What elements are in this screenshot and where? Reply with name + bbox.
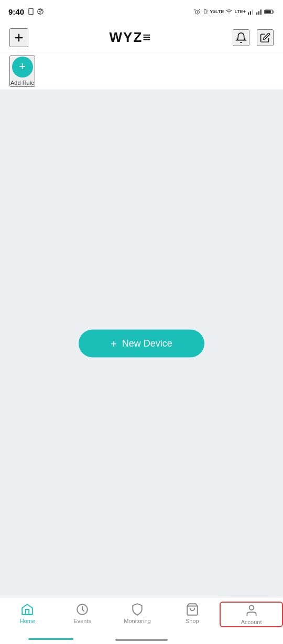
home-indicator [115, 639, 168, 641]
nav-item-account[interactable]: Account [220, 602, 283, 627]
nav-item-monitoring[interactable]: Monitoring [110, 602, 165, 624]
svg-rect-6 [204, 9, 206, 14]
nav-active-indicator [28, 638, 73, 640]
shop-nav-label: Shop [186, 618, 199, 624]
home-nav-icon [20, 603, 34, 616]
monitoring-nav-label: Monitoring [124, 618, 150, 624]
svg-rect-15 [250, 11, 251, 15]
bottom-nav: Home Events Monitoring Shop [0, 597, 283, 644]
header-actions [233, 29, 274, 46]
lte-plus-text: LTE+ [234, 9, 246, 14]
shazam-icon [37, 8, 44, 15]
home-nav-label: Home [20, 618, 35, 624]
svg-point-26 [249, 605, 254, 610]
battery-icon [264, 8, 275, 15]
pencil-icon [260, 32, 270, 43]
phone-icon [27, 8, 35, 15]
status-left: 9:40 [8, 7, 44, 16]
add-button[interactable] [9, 28, 28, 47]
svg-rect-0 [29, 8, 33, 15]
edit-button[interactable] [257, 29, 274, 46]
lte-text: YoLTE [210, 9, 224, 14]
account-nav-icon [245, 604, 258, 617]
new-device-button[interactable]: + New Device [79, 330, 204, 358]
alarm-icon [194, 8, 201, 15]
new-device-label: New Device [122, 338, 172, 349]
svg-line-4 [194, 9, 195, 10]
nav-item-home[interactable]: Home [0, 602, 55, 624]
account-nav-label: Account [241, 619, 262, 625]
app-logo: WYZ≡ [110, 29, 152, 46]
svg-rect-21 [265, 10, 270, 13]
app-header: WYZ≡ [0, 23, 283, 52]
notification-button[interactable] [233, 29, 249, 46]
monitoring-nav-icon [130, 603, 144, 616]
svg-rect-19 [260, 9, 262, 15]
svg-line-5 [200, 9, 201, 10]
status-right-icons: YoLTE LTE+ [194, 8, 275, 15]
sub-header: + Add Rule [0, 52, 283, 90]
bell-icon [235, 32, 247, 43]
nav-item-shop[interactable]: Shop [165, 602, 220, 624]
add-rule-label: Add Rule [10, 80, 34, 86]
status-bar: 9:40 [0, 0, 283, 23]
svg-rect-18 [258, 11, 259, 15]
svg-rect-17 [256, 12, 257, 14]
events-nav-icon [75, 603, 89, 616]
svg-rect-14 [248, 12, 249, 14]
add-rule-button[interactable]: + Add Rule [9, 55, 35, 87]
signal-bar-1-icon [247, 8, 254, 15]
status-time: 9:40 [8, 7, 24, 16]
add-rule-plus-icon: + [19, 61, 26, 72]
new-device-plus-icon: + [111, 338, 117, 349]
status-left-icons [27, 8, 44, 15]
wifi-icon [225, 8, 233, 15]
svg-rect-16 [252, 9, 253, 15]
events-nav-label: Events [73, 618, 91, 624]
add-rule-circle: + [12, 57, 33, 77]
vibrate-icon [202, 8, 208, 15]
main-content: + New Device [0, 90, 283, 597]
nav-item-events[interactable]: Events [55, 602, 110, 624]
signal-bar-2-icon [256, 8, 263, 15]
shop-nav-icon [186, 603, 199, 616]
